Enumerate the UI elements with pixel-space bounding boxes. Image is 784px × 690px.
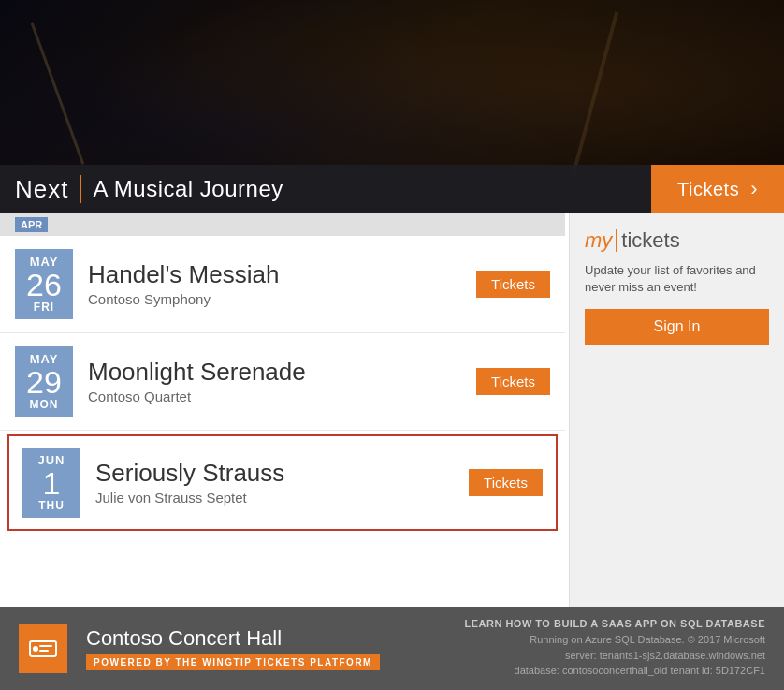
footer: Contoso Concert Hall POWERED BY THE WING… [0, 607, 784, 690]
event-date-box: MAY 26 FRI [15, 249, 73, 319]
main-content: APR MAY 26 FRI Handel's Messiah Contoso … [0, 213, 784, 607]
events-section: APR MAY 26 FRI Handel's Messiah Contoso … [0, 213, 569, 607]
footer-info-line2: server: tenants1-sjs2.database.windows.n… [464, 648, 765, 664]
footer-info: LEARN HOW TO BUILD A SAAS APP ON SQL DAT… [464, 618, 765, 679]
mytickets-divider [616, 229, 617, 252]
event-tickets-button[interactable]: Tickets [476, 368, 550, 395]
event-name: Seriously Strauss [95, 460, 454, 487]
chevron-right-icon: › [750, 177, 758, 201]
event-venue: Contoso Quartet [88, 389, 461, 404]
footer-brand: Contoso Concert Hall POWERED BY THE WING… [86, 626, 445, 670]
mytickets-tickets-label: tickets [621, 228, 679, 253]
events-scroll-area[interactable]: APR MAY 26 FRI Handel's Messiah Contoso … [0, 213, 569, 607]
footer-brand-name: Contoso Concert Hall [86, 626, 445, 651]
event-info: Seriously Strauss Julie von Strauss Sept… [95, 448, 454, 518]
hero-subtitle: A Musical Journey [93, 176, 283, 202]
event-name: Moonlight Serenade [88, 359, 461, 386]
hero-section: Next A Musical Journey Tickets › [0, 0, 784, 213]
signin-button[interactable]: Sign In [585, 309, 769, 345]
event-weekday: THU [38, 499, 65, 512]
event-venue: Contoso Symphony [88, 291, 461, 307]
event-tickets-button[interactable]: Tickets [469, 469, 543, 496]
hero-bottom-bar: Next A Musical Journey Tickets › [0, 165, 784, 213]
mytickets-header: my tickets [585, 228, 769, 253]
hero-title-divider [80, 175, 81, 203]
event-day: 26 [26, 269, 62, 301]
event-date-box: MAY 29 MON [15, 346, 73, 417]
event-date-box: JUN 1 THU [22, 448, 80, 518]
event-item: MAY 26 FRI Handel's Messiah Contoso Symp… [0, 236, 565, 333]
tickets-icon [28, 634, 58, 664]
footer-info-line3: database: contosoconcerthall_old tenant … [464, 663, 765, 679]
event-weekday: FRI [34, 301, 54, 314]
footer-info-title: LEARN HOW TO BUILD A SAAS APP ON SQL DAT… [464, 618, 765, 629]
event-weekday: MON [30, 398, 59, 411]
event-partial-date: APR [15, 217, 48, 232]
event-tickets-button[interactable]: Tickets [476, 271, 550, 298]
mytickets-description: Update your list of favorites and never … [585, 262, 769, 296]
svg-rect-2 [39, 645, 52, 647]
event-item-selected: JUN 1 THU Seriously Strauss Julie von St… [7, 434, 558, 531]
event-item: MAY 29 MON Moonlight Serenade Contoso Qu… [0, 333, 565, 431]
event-venue: Julie von Strauss Septet [95, 490, 454, 506]
svg-point-1 [33, 646, 38, 652]
hero-tickets-button[interactable]: Tickets › [651, 165, 784, 213]
event-day: 1 [43, 467, 61, 499]
footer-powered-label: POWERED BY THE WINGTIP TICKETS PLATFORM [86, 654, 380, 670]
event-info: Moonlight Serenade Contoso Quartet [88, 346, 461, 417]
event-name: Handel's Messiah [88, 261, 461, 288]
hero-tickets-label: Tickets [677, 179, 739, 200]
hero-title-group: Next A Musical Journey [0, 175, 283, 204]
footer-info-line1: Running on Azure SQL Database. © 2017 Mi… [464, 632, 765, 648]
footer-logo-icon [19, 624, 67, 673]
event-partial-top: APR [0, 213, 565, 236]
mytickets-my-label: my [585, 228, 612, 253]
hero-next-label: Next [15, 175, 68, 204]
event-info: Handel's Messiah Contoso Symphony [88, 249, 461, 319]
svg-rect-3 [39, 650, 49, 652]
event-day: 29 [26, 366, 62, 398]
sidebar: my tickets Update your list of favorites… [569, 213, 784, 607]
